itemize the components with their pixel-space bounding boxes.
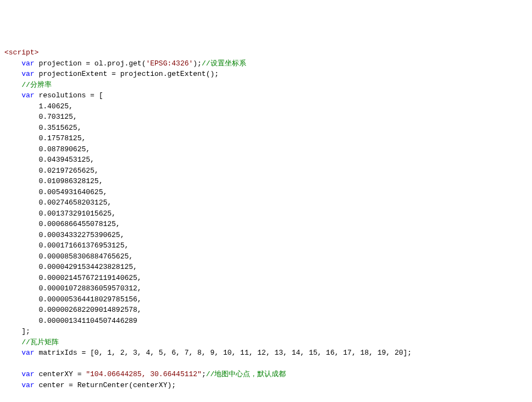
token-num: 0.0006866455078125, — [38, 220, 120, 228]
code-line: 0.17578125, — [4, 133, 528, 144]
token-tag: <script> — [4, 48, 38, 57]
code-line: ]; — [4, 326, 528, 337]
token-num: 0.000010728836059570312, — [38, 284, 141, 293]
token-id: centerXY = — [35, 370, 86, 378]
code-line: //分辨率 — [4, 80, 528, 91]
code-line: 0.3515625, — [4, 123, 528, 134]
code-line: var center = ReturnCenter(centerXY); — [4, 380, 528, 391]
code-line: var projection = ol.proj.get('EPSG:4326'… — [4, 58, 528, 69]
code-line: 0.087890625, — [4, 144, 528, 155]
token-num: 0.000171661376953125, — [38, 241, 129, 250]
code-line: var resolutions = [ — [4, 90, 528, 101]
code-line: 0.010986328125, — [4, 176, 528, 187]
code-line: 0.0439453125, — [4, 155, 528, 166]
token-id: projection = ol.proj.get( — [35, 59, 146, 68]
token-num: 0.001373291015625, — [38, 210, 115, 218]
token-num: 0.000002682209014892578, — [38, 306, 141, 314]
code-line: 0.0054931640625, — [4, 187, 528, 198]
code-line: 0.0000858306884765625, — [4, 251, 528, 262]
code-line: 0.00004291534423828125, — [4, 262, 528, 273]
token-num: 0.02197265625, — [38, 167, 98, 175]
token-cm: //分辨率 — [21, 81, 52, 89]
token-str: "104.06644285, 30.66445112" — [86, 370, 202, 378]
code-line: 0.000171661376953125, — [4, 240, 528, 251]
token-num: 0.000001341104507446289 — [38, 317, 137, 325]
token-num: 0.087890625, — [38, 145, 90, 153]
token-num: 0.00004291534423828125, — [38, 263, 137, 271]
token-num: 1.40625, — [38, 102, 73, 111]
token-num: 0.3515625, — [38, 124, 81, 132]
code-line: <script> — [4, 47, 528, 58]
token-kw: var — [21, 70, 34, 78]
token-num: 0.000021457672119140625, — [38, 274, 141, 282]
token-kw: var — [21, 381, 34, 389]
token-str: 'EPSG:4326' — [146, 59, 193, 68]
code-line: var matrixIds = [0, 1, 2, 3, 4, 5, 6, 7,… — [4, 348, 528, 359]
token-kw: var — [21, 370, 34, 378]
token-num: 0.000005364418029785156, — [38, 295, 141, 304]
code-line: 0.00274658203125, — [4, 197, 528, 208]
code-line: 0.0006866455078125, — [4, 219, 528, 230]
code-line — [4, 359, 528, 370]
token-num: 0.0054931640625, — [38, 188, 107, 196]
token-id: resolutions = [ — [35, 91, 103, 100]
token-id: ); — [193, 59, 202, 68]
token-id: ]; — [21, 327, 30, 335]
code-line: //瓦片矩阵 — [4, 337, 528, 348]
code-line: 0.000021457672119140625, — [4, 273, 528, 284]
token-num: 0.00274658203125, — [38, 199, 112, 207]
code-line: var projectionExtent = projection.getExt… — [4, 69, 528, 80]
token-cm: //地图中心点，默认成都 — [206, 370, 286, 378]
code-line: 1.40625, — [4, 101, 528, 112]
code-line: 0.703125, — [4, 112, 528, 123]
code-line: 0.000005364418029785156, — [4, 294, 528, 305]
token-id: matrixIds = [0, 1, 2, 3, 4, 5, 6, 7, 8, … — [35, 349, 412, 357]
code-line: 0.001373291015625, — [4, 208, 528, 219]
token-num: 0.0000858306884765625, — [38, 252, 133, 261]
code-line: 0.000002682209014892578, — [4, 305, 528, 316]
code-line: 0.00034332275390625, — [4, 230, 528, 241]
code-line: 0.02197265625, — [4, 166, 528, 177]
token-kw: var — [21, 59, 34, 68]
token-id: center = ReturnCenter(centerXY); — [35, 381, 176, 389]
token-num: 0.00034332275390625, — [38, 231, 124, 239]
token-kw: var — [21, 349, 34, 357]
code-line: 0.000001341104507446289 — [4, 316, 528, 327]
token-num: 0.0439453125, — [38, 156, 94, 164]
code-block: <script> var projection = ol.proj.get('E… — [4, 47, 528, 390]
token-cm: //设置坐标系 — [202, 59, 246, 68]
token-id: projectionExtent = projection.getExtent(… — [35, 70, 219, 78]
token-kw: var — [21, 91, 34, 100]
token-num: 0.703125, — [38, 113, 77, 121]
token-id: ; — [202, 370, 206, 378]
code-line: 0.000010728836059570312, — [4, 283, 528, 294]
code-line: var centerXY = "104.06644285, 30.6644511… — [4, 369, 528, 380]
token-cm: //瓦片矩阵 — [21, 338, 59, 346]
token-num: 0.17578125, — [38, 134, 86, 142]
token-num: 0.010986328125, — [38, 177, 103, 185]
